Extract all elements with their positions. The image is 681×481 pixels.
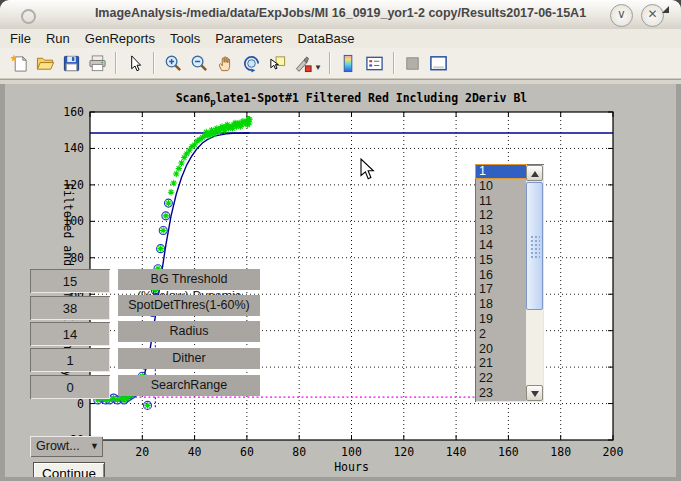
menu-item-parameters[interactable]: Parameters [215, 31, 282, 46]
growth-popup-label: Growt... [36, 439, 80, 453]
svg-text:40: 40 [188, 445, 202, 459]
brush-icon[interactable] [290, 50, 316, 76]
window-frame-left [0, 84, 5, 481]
rotate-3d-icon[interactable] [238, 50, 264, 76]
application-window: ImageAnalysis-/media/data/ExpJobs/MI 16_… [0, 0, 681, 481]
listbox-item[interactable]: 16 [475, 268, 527, 283]
plot-square-icon[interactable] [400, 50, 426, 76]
svg-text:120: 120 [393, 445, 414, 459]
svg-text:100: 100 [341, 445, 362, 459]
listbox-item[interactable]: 13 [475, 223, 527, 238]
data-cursor-icon[interactable] [264, 50, 290, 76]
chevron-down-icon[interactable]: ▼ [314, 63, 322, 72]
scrollbar-thumb[interactable] [526, 182, 543, 310]
menu-item-run[interactable]: Run [46, 31, 70, 46]
listbox-item[interactable]: 20 [475, 342, 527, 357]
svg-text:60: 60 [240, 445, 254, 459]
spot-number-listbox[interactable]: 110111213141516171819220212223 [475, 164, 544, 402]
listbox-item[interactable]: 18 [475, 297, 527, 312]
bg-threshold-label: BG Threshold [118, 269, 260, 290]
shade-window-button[interactable]: ∨ [610, 4, 633, 27]
svg-text:80: 80 [70, 251, 84, 265]
print-icon[interactable] [84, 50, 110, 76]
menu-overflow-icon[interactable] [662, 6, 669, 13]
listbox-item[interactable]: 1 [475, 164, 527, 179]
listbox-item[interactable]: 17 [475, 282, 527, 297]
open-folder-icon[interactable] [32, 50, 58, 76]
window-title: ImageAnalysis-/media/data/ExpJobs/MI 16_… [0, 6, 681, 20]
figure-canvas: 020406080100120140160180200-200204060801… [0, 84, 681, 481]
window-frame-bottom [0, 477, 681, 481]
spot-det-thres-field[interactable] [30, 296, 110, 320]
svg-text:160: 160 [63, 105, 84, 119]
svg-text:160: 160 [498, 445, 519, 459]
scrollbar-track[interactable] [526, 310, 543, 385]
search-range-label: SearchRange [118, 375, 260, 396]
svg-text:140: 140 [446, 445, 467, 459]
window-titlebar[interactable]: ImageAnalysis-/media/data/ExpJobs/MI 16_… [0, 0, 681, 30]
svg-text:120: 120 [63, 178, 84, 192]
new-document-icon[interactable] [6, 50, 32, 76]
window-frame-right [676, 84, 681, 481]
svg-text:180: 180 [550, 445, 571, 459]
radius-label: Radius [118, 321, 260, 342]
pan-hand-icon[interactable] [212, 50, 238, 76]
chevron-down-icon: ▼ [90, 436, 99, 456]
zoom-out-icon[interactable] [186, 50, 212, 76]
scroll-up-icon[interactable] [526, 165, 543, 181]
svg-text:80: 80 [292, 445, 306, 459]
listbox-item[interactable]: 12 [475, 208, 527, 223]
menu-bar: FileRunGenReportsToolsParametersDataBase [0, 29, 681, 48]
radius-field[interactable] [30, 322, 110, 346]
listbox-item[interactable]: 14 [475, 238, 527, 253]
svg-text:20: 20 [135, 445, 149, 459]
listbox-item[interactable]: 15 [475, 253, 527, 268]
spot-det-thres-label: SpotDetThres(1-60%) [118, 295, 260, 316]
listbox-item[interactable]: 11 [475, 194, 527, 209]
dither-field[interactable] [30, 348, 110, 372]
mouse-cursor [360, 158, 376, 182]
listbox-item[interactable]: 21 [475, 356, 527, 371]
svg-text:200: 200 [603, 445, 624, 459]
dither-label: Dither [118, 348, 260, 369]
menu-item-tools[interactable]: Tools [170, 31, 200, 46]
listbox-item[interactable]: 2 [475, 327, 527, 342]
svg-text:140: 140 [63, 141, 84, 155]
scroll-down-icon[interactable] [526, 385, 543, 401]
toolbar-separator [393, 52, 395, 74]
svg-text:100: 100 [63, 214, 84, 228]
svg-text:Hours: Hours [334, 460, 369, 474]
insert-colorbar-icon[interactable] [336, 50, 362, 76]
listbox-scrollbar[interactable] [526, 165, 543, 401]
menu-item-genreports[interactable]: GenReports [85, 31, 155, 46]
close-window-button[interactable]: ✕ [641, 4, 664, 27]
listbox-item[interactable]: 19 [475, 312, 527, 327]
zoom-in-icon[interactable] [160, 50, 186, 76]
search-range-field[interactable] [30, 375, 110, 399]
toolbar-separator [115, 52, 117, 74]
pointer-icon[interactable] [122, 50, 148, 76]
toolbar: ▼ [0, 48, 681, 79]
insert-legend-icon[interactable] [362, 50, 388, 76]
menu-item-database[interactable]: DataBase [297, 31, 354, 46]
toolbar-separator [329, 52, 331, 74]
listbox-item[interactable]: 22 [475, 371, 527, 386]
dock-figure-icon[interactable] [426, 50, 452, 76]
listbox-item[interactable]: 10 [475, 179, 527, 194]
toolbar-separator [153, 52, 155, 74]
save-icon[interactable] [58, 50, 84, 76]
growth-popup-menu[interactable]: Growt...▼ [30, 436, 103, 457]
menu-item-file[interactable]: File [10, 31, 31, 46]
listbox-item[interactable]: 23 [475, 386, 527, 401]
svg-text:Scan6plate1-Spot#1 Filtered Re: Scan6plate1-Spot#1 Filtered Red Includin… [176, 91, 528, 107]
bg-threshold-field[interactable] [30, 269, 110, 293]
